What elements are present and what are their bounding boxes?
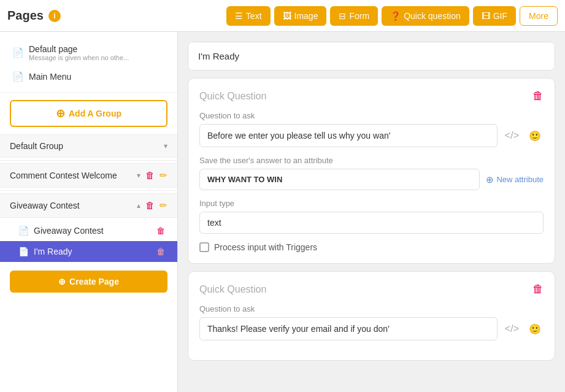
quick-question-card-1: Quick Question 🗑 Question to ask </> 🙂 S…: [188, 78, 555, 264]
sidebar-item-im-ready[interactable]: 📄 I'm Ready 🗑: [0, 241, 177, 262]
chevron-up-icon: ▴: [137, 201, 140, 210]
create-page-button[interactable]: ⊕ Create Page: [10, 271, 167, 293]
trash-icon[interactable]: 🗑: [156, 226, 165, 236]
trash-icon[interactable]: 🗑: [532, 283, 544, 296]
form-button[interactable]: ⊟ Form: [330, 6, 378, 26]
plus-icon: ⊕: [58, 277, 66, 286]
answer-attr-label: Save the user's answer to an attribute: [199, 156, 544, 165]
sidebar-item-main-menu[interactable]: 📄 Main Menu: [0, 66, 177, 87]
page-icon: 📄: [12, 47, 24, 58]
emoji-icon-button[interactable]: 🙂: [526, 128, 544, 144]
sidebar-page-label: Main Menu: [29, 72, 71, 82]
chevron-down-icon: ▾: [137, 171, 140, 180]
group-pages-giveaway: 📄 Giveaway Contest 🗑 📄 I'm Ready 🗑: [0, 218, 177, 264]
header: Pages i ☰ Text 🖼 Image ⊟ Form ❓ Quick qu…: [0, 0, 565, 32]
code-icon-button[interactable]: </>: [502, 128, 521, 144]
sidebar-page-desc: Message is given when no othe...: [29, 54, 129, 61]
gif-icon: 🎞: [482, 11, 490, 21]
add-group-button[interactable]: ⊕ Add A Group: [10, 100, 167, 127]
gif-button[interactable]: 🎞 GIF: [473, 6, 516, 26]
main-layout: 📄 Default page Message is given when no …: [0, 32, 565, 392]
chevron-down-icon: ▾: [164, 142, 167, 150]
sidebar: 📄 Default page Message is given when no …: [0, 32, 178, 392]
ready-input-wrap: [188, 42, 555, 71]
group-header-comment-contest[interactable]: Comment Contest Welcome ▾ 🗑 ✏: [0, 163, 177, 188]
content-area: Quick Question 🗑 Question to ask </> 🙂 S…: [178, 32, 565, 392]
question-input[interactable]: [199, 124, 498, 147]
trigger-label: Process input with Triggers: [214, 242, 317, 252]
plus-circle-icon: ⊕: [486, 174, 494, 185]
form-icon: ⊟: [339, 11, 346, 21]
group-header-giveaway[interactable]: Giveaway Contest ▴ 🗑 ✏: [0, 193, 177, 218]
sidebar-item-default-page[interactable]: 📄 Default page Message is given when no …: [0, 39, 177, 66]
group-header-default[interactable]: Default Group ▾: [0, 134, 177, 158]
question-input[interactable]: [199, 317, 498, 340]
sidebar-page-label: I'm Ready: [34, 247, 152, 256]
code-icon-button[interactable]: </>: [502, 321, 521, 337]
quick-question-card-2: Quick Question 🗑 Question to ask </> 🙂: [188, 271, 555, 361]
sidebar-page-label: Giveaway Contest: [34, 226, 152, 236]
attr-input[interactable]: [199, 169, 480, 190]
toolbar: ☰ Text 🖼 Image ⊟ Form ❓ Quick question 🎞…: [226, 6, 558, 26]
sidebar-page-label: Default page: [29, 44, 129, 54]
page-title: Pages: [7, 9, 44, 23]
input-type-label: Input type: [199, 199, 544, 208]
trigger-checkbox[interactable]: [199, 242, 209, 252]
qq-title: Quick Question: [199, 91, 532, 102]
edit-icon[interactable]: ✏: [160, 170, 167, 181]
info-icon: i: [48, 10, 61, 22]
emoji-icon-button[interactable]: 🙂: [526, 321, 544, 337]
quick-question-button[interactable]: ❓ Quick question: [382, 6, 469, 26]
question-label: Question to ask: [199, 111, 544, 120]
plus-icon: ⊕: [56, 107, 65, 120]
trash-icon[interactable]: 🗑: [532, 90, 544, 102]
group-name: Giveaway Contest: [10, 201, 134, 210]
question-label: Question to ask: [199, 304, 544, 313]
trash-icon[interactable]: 🗑: [145, 200, 155, 211]
page-icon: 📄: [18, 247, 29, 256]
group-name: Comment Contest Welcome: [10, 171, 134, 180]
text-icon: ☰: [235, 11, 243, 21]
qq-title: Quick Question: [199, 284, 532, 295]
page-icon: 📄: [12, 71, 24, 82]
image-icon: 🖼: [283, 11, 291, 21]
new-attribute-button[interactable]: ⊕ New attribute: [486, 174, 544, 185]
group-name: Default Group: [10, 141, 161, 151]
trash-icon[interactable]: 🗑: [156, 247, 165, 256]
input-type-input[interactable]: [199, 212, 544, 234]
more-button[interactable]: More: [520, 6, 558, 26]
sidebar-top-pages: 📄 Default page Message is given when no …: [0, 32, 177, 93]
ready-input[interactable]: [188, 42, 555, 71]
text-button[interactable]: ☰ Text: [226, 6, 271, 26]
page-icon: 📄: [18, 226, 29, 236]
sidebar-item-giveaway-contest[interactable]: 📄 Giveaway Contest 🗑: [0, 220, 177, 241]
quick-question-icon: ❓: [390, 11, 401, 21]
edit-icon[interactable]: ✏: [160, 200, 167, 211]
trash-icon[interactable]: 🗑: [145, 170, 155, 181]
image-button[interactable]: 🖼 Image: [274, 6, 327, 26]
